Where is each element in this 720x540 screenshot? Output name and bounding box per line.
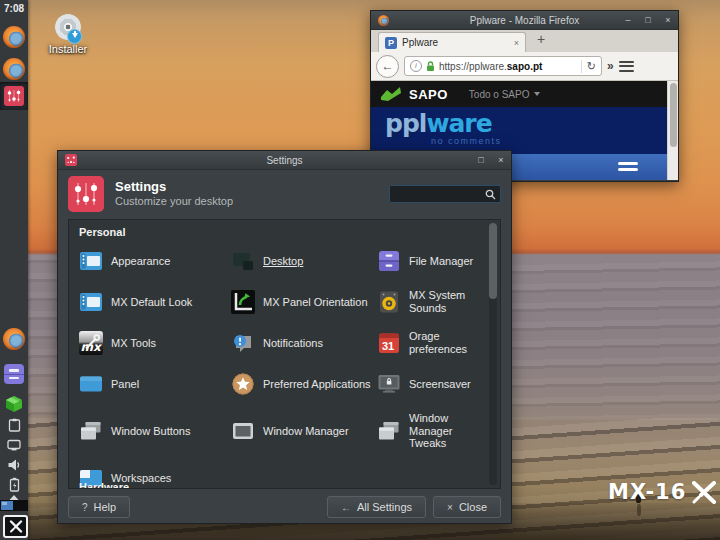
settings-item-screensaver[interactable]: Screensaver: [377, 371, 490, 397]
url-bar[interactable]: i https://pplware.sapo.pt ↻: [404, 56, 602, 76]
settings-item-label: Preferred Applications: [263, 378, 371, 391]
settings-item-preferred-applications[interactable]: Preferred Applications: [231, 371, 377, 397]
new-tab-button[interactable]: +: [537, 31, 545, 47]
pplware-logo[interactable]: pplware: [385, 107, 678, 136]
installer-desktop-icon[interactable]: Installer: [46, 14, 90, 55]
person-reflection: [637, 504, 641, 516]
launcher-firefox[interactable]: [0, 326, 28, 352]
preferred-applications-icon: [231, 372, 255, 396]
workspace-pager[interactable]: [0, 500, 28, 511]
settings-scrollbar[interactable]: [489, 223, 497, 485]
settings-item-appearance[interactable]: Appearance: [79, 248, 231, 274]
close-settings-button[interactable]: × Close: [433, 496, 501, 518]
tray-clipboard[interactable]: [0, 417, 28, 433]
taskbar-settings[interactable]: [0, 82, 28, 110]
settings-grid: Appearance Desktop File Manager MX Defau…: [79, 248, 490, 489]
installer-disc-icon: [55, 14, 81, 40]
settings-page-subtitle: Customize your desktop: [115, 195, 233, 209]
settings-item-mx-tools[interactable]: mx MX Tools: [79, 330, 231, 356]
clock[interactable]: 7:08: [0, 3, 28, 14]
reload-icon[interactable]: ↻: [581, 60, 596, 73]
all-settings-label: All Settings: [357, 501, 412, 513]
all-settings-button[interactable]: ← All Settings: [327, 496, 426, 518]
settings-item-label: Window Manager Tweaks: [409, 412, 490, 450]
help-button[interactable]: ? Help: [68, 496, 130, 518]
settings-app-icon: [68, 176, 104, 212]
settings-window: Settings □ × Settings Customize your des…: [57, 150, 512, 524]
settings-item-label: Panel: [111, 378, 139, 391]
tab-pplware[interactable]: P Pplware ×: [378, 32, 526, 52]
settings-item-window-manager[interactable]: Window Manager: [231, 412, 377, 450]
mx-settings-icon: [65, 154, 77, 166]
overflow-icon[interactable]: »: [607, 59, 614, 73]
window-buttons-icon: [79, 419, 103, 443]
mx16-label: MX-16: [608, 480, 686, 504]
settings-item-mx-system-sounds[interactable]: MX System Sounds: [377, 289, 490, 315]
sapo-menu[interactable]: Todo o SAPO: [469, 89, 541, 100]
back-button[interactable]: ←: [376, 55, 399, 78]
settings-item-label: MX Default Look: [111, 296, 192, 309]
menu-icon[interactable]: [619, 61, 634, 72]
workspace-1[interactable]: [1, 501, 13, 510]
settings-item-desktop[interactable]: Desktop: [231, 248, 377, 274]
tab-close-icon[interactable]: ×: [514, 38, 519, 48]
settings-item-file-manager[interactable]: File Manager: [377, 248, 490, 274]
package-box-icon: [3, 393, 25, 415]
scrollbar-thumb[interactable]: [489, 223, 497, 299]
firefox-icon: [3, 328, 25, 350]
mx-system-sounds-icon: [377, 290, 401, 314]
search-input[interactable]: [394, 188, 485, 201]
scrollbar-thumb[interactable]: [670, 83, 677, 147]
settings-item-label: Orage preferences: [409, 330, 490, 355]
taskbar-firefox-2[interactable]: [0, 56, 28, 82]
tray-volume[interactable]: [0, 456, 28, 474]
pplware-banner: pplware no comments: [371, 107, 678, 154]
taskbar-firefox-1[interactable]: [0, 24, 28, 50]
mx-tools-icon: mx: [79, 331, 103, 355]
settings-item-orage-preferences[interactable]: 31 Orage preferences: [377, 330, 490, 356]
applications-menu-button[interactable]: [3, 515, 28, 538]
tray-battery[interactable]: [0, 476, 28, 492]
help-icon: ?: [82, 502, 88, 513]
search-icon: [485, 189, 496, 200]
download-badge-icon: [67, 29, 82, 44]
launcher-file-manager[interactable]: [0, 362, 28, 386]
settings-item-window-manager-tweaks[interactable]: Window Manager Tweaks: [377, 412, 490, 450]
close-button[interactable]: ×: [491, 151, 511, 169]
page-menu-icon[interactable]: [618, 162, 638, 171]
settings-titlebar[interactable]: Settings □ ×: [58, 151, 511, 170]
settings-item-label: Screensaver: [409, 378, 471, 391]
maximize-button[interactable]: □: [471, 151, 491, 169]
settings-item-window-buttons[interactable]: Window Buttons: [79, 412, 231, 450]
pplware-logo-ware: ware: [426, 109, 491, 138]
sapo-logo-text[interactable]: SAPO: [409, 87, 448, 102]
close-button[interactable]: ×: [658, 11, 678, 29]
settings-item-label: File Manager: [409, 255, 473, 268]
tray-display[interactable]: [0, 437, 28, 453]
firefox-tab-bar: P Pplware × +: [371, 30, 678, 52]
mx-menu-icon: [9, 520, 23, 533]
settings-item-mx-panel-orientation[interactable]: MX Panel Orientation: [231, 289, 377, 315]
launcher-package-installer[interactable]: [0, 392, 28, 416]
search-box[interactable]: [389, 185, 501, 203]
sapo-header: SAPO Todo o SAPO: [371, 81, 678, 107]
tab-label: Pplware: [402, 37, 509, 48]
firefox-icon: [378, 15, 389, 26]
desktop: MX-16 Installer Pplware - Mozilla Firefo…: [0, 0, 720, 540]
minimize-button[interactable]: –: [618, 11, 638, 29]
maximize-button[interactable]: □: [638, 11, 658, 29]
settings-item-mx-default-look[interactable]: MX Default Look: [79, 289, 231, 315]
pplware-logo-ppl: ppl: [385, 109, 426, 138]
page-scrollbar[interactable]: [667, 81, 678, 180]
mx-default-look-icon: [79, 290, 103, 314]
firefox-titlebar[interactable]: Pplware - Mozilla Firefox – □ ×: [371, 11, 678, 30]
mx-x-logo-icon: [691, 481, 717, 504]
installer-label: Installer: [46, 43, 90, 55]
close-label: Close: [459, 501, 487, 513]
panel-icon: [79, 372, 103, 396]
settings-item-notifications[interactable]: Notifications: [231, 330, 377, 356]
settings-item-panel[interactable]: Panel: [79, 371, 231, 397]
firefox-icon: [3, 58, 25, 80]
info-icon[interactable]: i: [410, 60, 422, 72]
settings-item-label: MX System Sounds: [409, 289, 490, 314]
